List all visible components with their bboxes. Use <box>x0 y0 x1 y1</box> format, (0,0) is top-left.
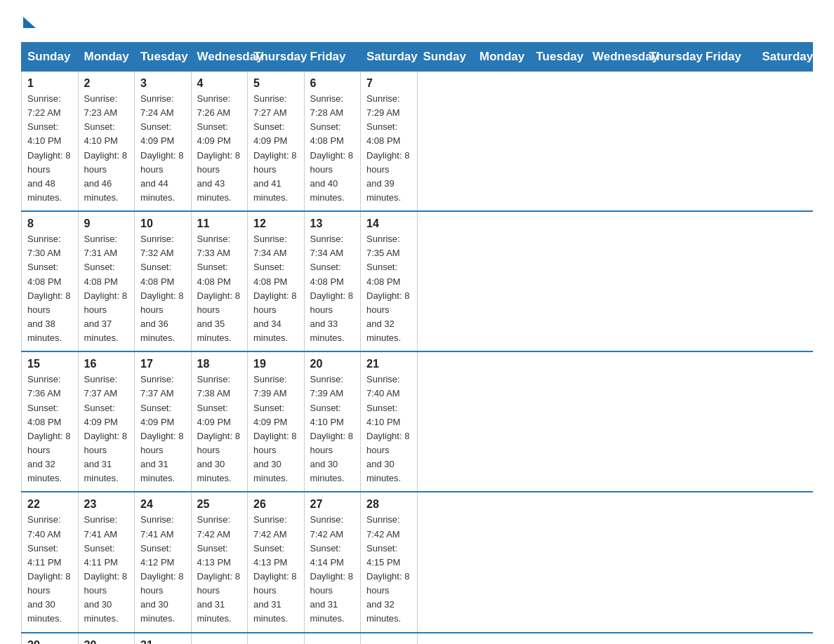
day-number: 3 <box>140 77 185 90</box>
day-number: 24 <box>140 498 185 511</box>
day-number: 10 <box>140 217 185 230</box>
day-number: 9 <box>84 217 129 230</box>
col-header-friday: Friday <box>700 43 757 72</box>
day-info: Sunrise: 7:34 AM Sunset: 4:08 PM Dayligh… <box>310 232 355 345</box>
header-saturday: Saturday <box>361 43 418 72</box>
header-thursday: Thursday <box>248 43 305 72</box>
day-info: Sunrise: 7:42 AM Sunset: 4:13 PM Dayligh… <box>253 513 298 626</box>
calendar-cell: 19 Sunrise: 7:39 AM Sunset: 4:09 PM Dayl… <box>248 351 305 492</box>
calendar-cell: 25 Sunrise: 7:42 AM Sunset: 4:13 PM Dayl… <box>191 492 248 632</box>
day-number: 25 <box>197 498 242 511</box>
header-sunday: Sunday <box>22 43 79 72</box>
day-info: Sunrise: 7:37 AM Sunset: 4:09 PM Dayligh… <box>84 373 129 485</box>
day-info: Sunrise: 7:42 AM Sunset: 4:13 PM Dayligh… <box>197 513 242 626</box>
day-info: Sunrise: 7:31 AM Sunset: 4:08 PM Dayligh… <box>84 232 129 345</box>
day-info: Sunrise: 7:38 AM Sunset: 4:09 PM Dayligh… <box>197 373 242 485</box>
calendar-cell: 24 Sunrise: 7:41 AM Sunset: 4:12 PM Dayl… <box>135 492 192 632</box>
day-number: 20 <box>310 358 355 370</box>
calendar-cell: 28 Sunrise: 7:42 AM Sunset: 4:15 PM Dayl… <box>361 492 418 632</box>
day-info: Sunrise: 7:41 AM Sunset: 4:12 PM Dayligh… <box>140 513 185 626</box>
day-number: 4 <box>197 77 242 90</box>
calendar-week-row: 29 Sunrise: 7:43 AM Sunset: 4:16 PM Dayl… <box>22 633 813 645</box>
calendar-cell <box>361 633 418 645</box>
day-number: 29 <box>27 639 72 645</box>
calendar-cell: 17 Sunrise: 7:37 AM Sunset: 4:09 PM Dayl… <box>135 351 192 492</box>
day-info: Sunrise: 7:33 AM Sunset: 4:08 PM Dayligh… <box>197 232 242 345</box>
day-number: 21 <box>366 358 411 370</box>
calendar-cell: 16 Sunrise: 7:37 AM Sunset: 4:09 PM Dayl… <box>78 351 135 492</box>
day-info: Sunrise: 7:23 AM Sunset: 4:10 PM Dayligh… <box>84 92 129 205</box>
calendar-week-row: 15 Sunrise: 7:36 AM Sunset: 4:08 PM Dayl… <box>22 351 813 492</box>
day-info: Sunrise: 7:26 AM Sunset: 4:09 PM Dayligh… <box>197 92 242 205</box>
day-info: Sunrise: 7:37 AM Sunset: 4:09 PM Dayligh… <box>140 373 185 485</box>
calendar-cell: 13 Sunrise: 7:34 AM Sunset: 4:08 PM Dayl… <box>304 211 361 351</box>
calendar-week-row: 1 Sunrise: 7:22 AM Sunset: 4:10 PM Dayli… <box>22 72 813 212</box>
calendar-cell: 1 Sunrise: 7:22 AM Sunset: 4:10 PM Dayli… <box>22 72 79 212</box>
day-number: 26 <box>253 498 298 511</box>
day-number: 19 <box>253 358 298 370</box>
calendar-cell <box>191 633 248 645</box>
col-header-monday: Monday <box>474 43 531 72</box>
day-number: 11 <box>197 217 242 230</box>
day-info: Sunrise: 7:42 AM Sunset: 4:15 PM Dayligh… <box>366 513 411 626</box>
day-info: Sunrise: 7:27 AM Sunset: 4:09 PM Dayligh… <box>253 92 298 205</box>
day-info: Sunrise: 7:24 AM Sunset: 4:09 PM Dayligh… <box>140 92 185 205</box>
header-monday: Monday <box>78 43 135 72</box>
col-header-wednesday: Wednesday <box>587 43 644 72</box>
calendar-cell: 22 Sunrise: 7:40 AM Sunset: 4:11 PM Dayl… <box>22 492 79 632</box>
calendar-cell: 9 Sunrise: 7:31 AM Sunset: 4:08 PM Dayli… <box>78 211 135 351</box>
calendar-cell: 10 Sunrise: 7:32 AM Sunset: 4:08 PM Dayl… <box>135 211 192 351</box>
day-info: Sunrise: 7:41 AM Sunset: 4:11 PM Dayligh… <box>84 513 129 626</box>
day-info: Sunrise: 7:32 AM Sunset: 4:08 PM Dayligh… <box>140 232 185 345</box>
calendar-cell: 14 Sunrise: 7:35 AM Sunset: 4:08 PM Dayl… <box>361 211 418 351</box>
calendar-cell <box>248 633 305 645</box>
calendar-cell: 26 Sunrise: 7:42 AM Sunset: 4:13 PM Dayl… <box>248 492 305 632</box>
day-info: Sunrise: 7:36 AM Sunset: 4:08 PM Dayligh… <box>27 373 72 485</box>
calendar-cell: 30 Sunrise: 7:43 AM Sunset: 4:16 PM Dayl… <box>78 633 135 645</box>
col-header-saturday: Saturday <box>756 43 813 72</box>
calendar-cell: 4 Sunrise: 7:26 AM Sunset: 4:09 PM Dayli… <box>191 72 248 212</box>
day-number: 23 <box>84 498 129 511</box>
day-info: Sunrise: 7:40 AM Sunset: 4:10 PM Dayligh… <box>366 373 411 485</box>
day-number: 2 <box>84 77 129 90</box>
calendar-cell: 29 Sunrise: 7:43 AM Sunset: 4:16 PM Dayl… <box>22 633 79 645</box>
day-info: Sunrise: 7:40 AM Sunset: 4:11 PM Dayligh… <box>27 513 72 626</box>
day-info: Sunrise: 7:42 AM Sunset: 4:14 PM Dayligh… <box>310 513 355 626</box>
header-tuesday: Tuesday <box>135 43 192 72</box>
day-number: 5 <box>253 77 298 90</box>
calendar-cell: 7 Sunrise: 7:29 AM Sunset: 4:08 PM Dayli… <box>361 72 418 212</box>
calendar-cell: 8 Sunrise: 7:30 AM Sunset: 4:08 PM Dayli… <box>22 211 79 351</box>
day-info: Sunrise: 7:29 AM Sunset: 4:08 PM Dayligh… <box>366 92 411 205</box>
calendar-cell: 6 Sunrise: 7:28 AM Sunset: 4:08 PM Dayli… <box>304 72 361 212</box>
day-number: 30 <box>84 639 129 645</box>
day-number: 1 <box>27 77 72 90</box>
day-number: 13 <box>310 217 355 230</box>
day-number: 8 <box>27 217 72 230</box>
calendar-cell: 5 Sunrise: 7:27 AM Sunset: 4:09 PM Dayli… <box>248 72 305 212</box>
page-header <box>21 14 813 28</box>
calendar-cell: 20 Sunrise: 7:39 AM Sunset: 4:10 PM Dayl… <box>304 351 361 492</box>
calendar-cell: 27 Sunrise: 7:42 AM Sunset: 4:14 PM Dayl… <box>304 492 361 632</box>
day-number: 17 <box>140 358 185 370</box>
col-header-sunday: Sunday <box>417 43 474 72</box>
day-info: Sunrise: 7:30 AM Sunset: 4:08 PM Dayligh… <box>27 232 72 345</box>
logo-arrow-icon <box>23 17 36 28</box>
calendar-cell: 21 Sunrise: 7:40 AM Sunset: 4:10 PM Dayl… <box>361 351 418 492</box>
day-info: Sunrise: 7:35 AM Sunset: 4:08 PM Dayligh… <box>366 232 411 345</box>
calendar-week-row: 22 Sunrise: 7:40 AM Sunset: 4:11 PM Dayl… <box>22 492 813 632</box>
header-wednesday: Wednesday <box>191 43 248 72</box>
day-number: 7 <box>366 77 411 90</box>
calendar-cell <box>304 633 361 645</box>
calendar-week-row: 8 Sunrise: 7:30 AM Sunset: 4:08 PM Dayli… <box>22 211 813 351</box>
calendar-table: SundayMondayTuesdayWednesdayThursdayFrid… <box>21 42 813 644</box>
header-friday: Friday <box>304 43 361 72</box>
logo <box>21 14 36 28</box>
calendar-cell: 15 Sunrise: 7:36 AM Sunset: 4:08 PM Dayl… <box>22 351 79 492</box>
day-number: 6 <box>310 77 355 90</box>
calendar-cell: 31 Sunrise: 7:43 AM Sunset: 4:17 PM Dayl… <box>135 633 192 645</box>
day-number: 18 <box>197 358 242 370</box>
day-number: 14 <box>366 217 411 230</box>
day-number: 28 <box>366 498 411 511</box>
day-number: 12 <box>253 217 298 230</box>
day-info: Sunrise: 7:39 AM Sunset: 4:10 PM Dayligh… <box>310 373 355 485</box>
